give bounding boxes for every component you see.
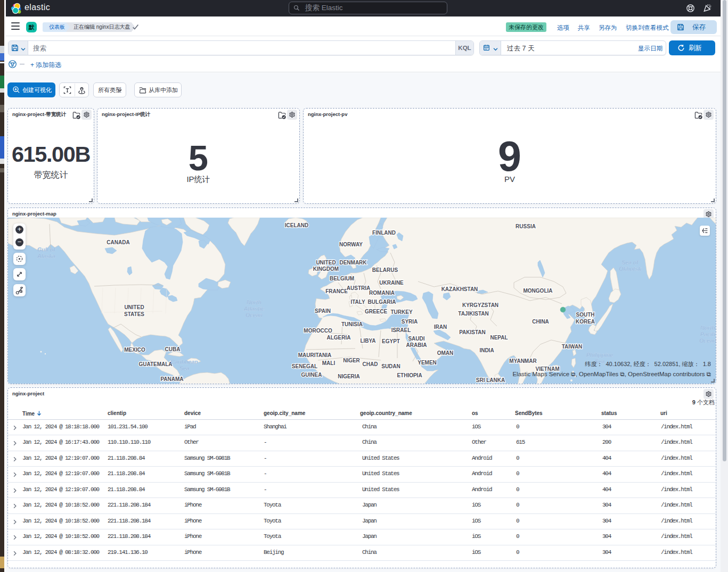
svg-text:ITALY: ITALY xyxy=(350,299,365,305)
svg-text:ALGERIA: ALGERIA xyxy=(327,335,351,341)
svg-text:TAJIKISTAN: TAJIKISTAN xyxy=(458,311,488,317)
svg-text:SUDAN: SUDAN xyxy=(381,363,400,369)
svg-text:AUSTRIA: AUSTRIA xyxy=(347,285,370,291)
svg-text:ARABIA: ARABIA xyxy=(406,342,427,348)
svg-text:DENMARK: DENMARK xyxy=(339,260,367,266)
svg-text:ETHIOPIA: ETHIOPIA xyxy=(397,372,422,378)
svg-text:TAIWAN: TAIWAN xyxy=(562,344,583,350)
svg-text:PANAMA: PANAMA xyxy=(160,376,183,382)
svg-text:TURKEY: TURKEY xyxy=(390,309,412,315)
svg-text:Pacifi: Pacifi xyxy=(700,331,716,337)
svg-text:FINLAND: FINLAND xyxy=(372,230,396,236)
svg-text:NEPAL: NEPAL xyxy=(490,335,508,341)
svg-text:GUINEA: GUINEA xyxy=(301,372,322,378)
svg-text:Sea: Sea xyxy=(179,365,190,371)
svg-text:KOREA: KOREA xyxy=(576,319,595,325)
svg-text:Atlantic: Atlantic xyxy=(243,305,265,312)
svg-text:KYRGYZSTAN: KYRGYZSTAN xyxy=(462,302,498,308)
svg-text:MEXICO: MEXICO xyxy=(124,347,145,353)
svg-text:SOUTH: SOUTH xyxy=(576,312,595,318)
svg-text:Ocean: Ocean xyxy=(699,337,716,344)
svg-text:PAKISTAN: PAKISTAN xyxy=(459,329,486,335)
svg-text:TUNISIA: TUNISIA xyxy=(341,321,363,327)
svg-text:MONGOLIA: MONGOLIA xyxy=(523,288,553,294)
svg-text:Alaska: Alaska xyxy=(37,253,55,259)
svg-text:ICELAND: ICELAND xyxy=(285,222,308,228)
svg-text:BULGARIA: BULGARIA xyxy=(368,299,396,305)
svg-text:EGYPT: EGYPT xyxy=(382,338,400,344)
svg-text:GUATEMALA: GUATEMALA xyxy=(138,361,172,367)
svg-text:UNITED: UNITED xyxy=(124,304,144,310)
svg-text:ROMANIA: ROMANIA xyxy=(369,290,395,296)
svg-text:CUBA: CUBA xyxy=(165,346,181,352)
svg-text:SPAIN: SPAIN xyxy=(315,308,331,314)
svg-text:RUSSIA: RUSSIA xyxy=(516,223,536,229)
svg-text:CANADA: CANADA xyxy=(107,239,129,245)
svg-text:OMAN: OMAN xyxy=(437,350,454,356)
svg-text:North: North xyxy=(700,325,715,331)
svg-text:STATES: STATES xyxy=(124,311,144,317)
svg-text:CHAD: CHAD xyxy=(363,361,378,367)
svg-text:GREECE: GREECE xyxy=(365,309,388,314)
svg-text:KINGDOM: KINGDOM xyxy=(313,266,339,272)
svg-text:Sea of: Sea of xyxy=(621,259,639,266)
svg-text:SENEGAL: SENEGAL xyxy=(292,363,317,369)
svg-text:NIGER: NIGER xyxy=(343,358,360,363)
svg-text:ISRAEL: ISRAEL xyxy=(391,327,411,333)
svg-text:Philippine: Philippine xyxy=(586,352,613,358)
svg-text:BELARUS: BELARUS xyxy=(372,267,398,273)
svg-text:LIBYA: LIBYA xyxy=(360,338,375,344)
svg-text:Ocean: Ocean xyxy=(246,312,263,318)
svg-text:FRANCE: FRANCE xyxy=(325,288,348,294)
svg-text:NORWAY: NORWAY xyxy=(339,242,363,247)
svg-text:IRAN: IRAN xyxy=(434,324,447,330)
svg-text:Caribbean: Caribbean xyxy=(170,359,198,365)
svg-text:NIGERIA: NIGERIA xyxy=(338,374,360,379)
svg-text:SAUDI: SAUDI xyxy=(408,336,424,342)
svg-text:INDIA: INDIA xyxy=(479,347,494,353)
svg-text:UKRAINE: UKRAINE xyxy=(379,280,404,286)
svg-text:YEMEN: YEMEN xyxy=(418,360,437,366)
svg-text:Gulf of: Gulf of xyxy=(37,246,56,253)
svg-text:SYRIA: SYRIA xyxy=(402,319,418,325)
svg-text:MOROCCO: MOROCCO xyxy=(304,328,332,334)
svg-text:MALI: MALI xyxy=(322,360,336,366)
svg-text:North: North xyxy=(247,299,261,305)
svg-text:BELGIUM: BELGIUM xyxy=(330,276,354,281)
svg-text:MAURITANIA: MAURITANIA xyxy=(298,352,332,358)
svg-text:KAZAKHSTAN: KAZAKHSTAN xyxy=(441,286,478,292)
svg-text:CHINA: CHINA xyxy=(532,319,549,325)
svg-text:Okhotsk: Okhotsk xyxy=(619,266,642,272)
svg-text:UNITED: UNITED xyxy=(316,260,336,266)
